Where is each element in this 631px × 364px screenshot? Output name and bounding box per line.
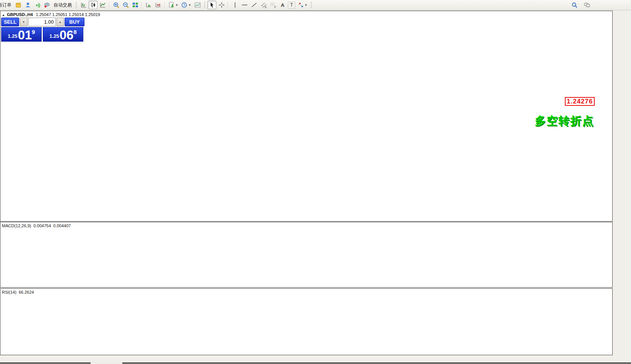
macd-value: 0.004754: [33, 223, 51, 228]
macd-label: MACD(12,26,9)0.0047540.004407: [2, 223, 73, 228]
ask-pip-digit: 8: [73, 29, 76, 35]
search-icon[interactable]: [570, 1, 579, 9]
dropdown-caret-icon: ▼: [305, 3, 308, 7]
candlestick-chart[interactable]: [0, 11, 612, 221]
mt4-window: 新订单 自动交易 ▼ ▼ E F A T ▼: [0, 0, 631, 364]
toolbar: 新订单 自动交易 ▼ ▼ E F A T ▼: [0, 0, 631, 10]
arrows-tool-button[interactable]: ▼: [296, 1, 308, 9]
rsi-label: RSI(14)66.2624: [2, 290, 36, 294]
text-tool-button[interactable]: A: [278, 1, 287, 9]
periods-button[interactable]: ▼: [180, 1, 192, 9]
equidistant-channel-tool-button[interactable]: E: [259, 1, 268, 9]
macd-panel[interactable]: MACD(12,26,9)0.0047540.004407: [0, 222, 613, 288]
toolbar-right-group: [570, 1, 591, 9]
horizontal-scrollbar[interactable]: [0, 362, 631, 364]
auto-scroll-button[interactable]: [144, 1, 153, 9]
toolbar-separator: [109, 2, 110, 8]
volume-down-stepper[interactable]: ▼: [20, 18, 28, 26]
dropdown-caret-icon: ▼: [188, 3, 191, 7]
one-click-trading-panel: SELL ▼ ▲ BUY 1.25 01 9 1.25 06 8: [1, 18, 84, 42]
new-order-button[interactable]: 新订单: [0, 1, 13, 9]
bid-prefix: 1.25: [8, 33, 17, 39]
fibonacci-tool-button[interactable]: F: [269, 1, 277, 9]
sell-button[interactable]: SELL: [1, 18, 19, 26]
fibo-letter: F: [274, 6, 276, 8]
dropdown-caret-icon: ▼: [175, 3, 178, 7]
trendline-tool-button[interactable]: [250, 1, 258, 9]
bid-big-digits: 01: [18, 30, 32, 40]
scrollbar-thumb[interactable]: [122, 362, 631, 364]
toolbar-grip: [76, 2, 77, 8]
indicators-button[interactable]: ▼: [167, 1, 179, 9]
bar-chart-type-button[interactable]: [79, 1, 88, 9]
line-chart-type-button[interactable]: [98, 1, 107, 9]
ask-prefix: 1.25: [49, 33, 59, 39]
templates-button[interactable]: [193, 1, 202, 9]
volume-input[interactable]: [28, 18, 56, 26]
toolbar-grip: [311, 2, 312, 8]
trade-controls-row: SELL ▼ ▲ BUY: [1, 18, 84, 26]
macd-title: MACD(12,26,9): [2, 223, 31, 228]
toolbar-separator: [228, 2, 229, 8]
symbol-label: GBPUSD-,H4: [7, 12, 33, 17]
zoom-out-button[interactable]: [121, 1, 130, 9]
bid-pip-digit: 9: [32, 29, 35, 35]
chart-title: ▲GBPUSD-,H41.25047 1.25051 1.25014 1.250…: [2, 12, 100, 17]
toolbar-grip: [204, 2, 205, 8]
chart-shift-button[interactable]: [154, 1, 162, 9]
rsi-chart[interactable]: [0, 289, 612, 355]
main-chart-panel[interactable]: ▲GBPUSD-,H41.25047 1.25051 1.25014 1.250…: [0, 11, 613, 222]
buy-button[interactable]: BUY: [65, 18, 84, 26]
channel-letter: E: [265, 6, 267, 8]
crosshair-tool-button[interactable]: [217, 1, 226, 9]
rsi-value: 66.2624: [19, 290, 34, 294]
autotrading-button[interactable]: 自动交易: [52, 1, 73, 9]
ask-big-digits: 06: [60, 30, 74, 40]
macd-signal-value: 0.004407: [53, 223, 71, 228]
rsi-title: RSI(14): [2, 290, 16, 294]
volume-up-stepper[interactable]: ▲: [57, 18, 64, 26]
scrollbar-track-segment: [0, 362, 91, 364]
annotation-text-label[interactable]: 多空转折点: [535, 113, 594, 129]
signal-icon[interactable]: [33, 1, 42, 9]
candlestick-chart-type-button[interactable]: [89, 1, 97, 9]
horizontal-line-tool-button[interactable]: [240, 1, 249, 9]
zoom-in-button[interactable]: [112, 1, 120, 9]
chat-icon[interactable]: [582, 1, 591, 9]
time-axis[interactable]: [0, 355, 631, 362]
annotation-price-box[interactable]: 1.24276: [565, 97, 595, 106]
vertical-line-tool-button[interactable]: [230, 1, 239, 9]
macd-chart[interactable]: [0, 222, 612, 287]
chart-window-icon[interactable]: [14, 1, 23, 9]
price-axis[interactable]: [613, 0, 631, 364]
bid-price[interactable]: 1.25 01 9: [1, 27, 42, 42]
toolbar-separator: [164, 2, 165, 8]
profile-icon[interactable]: [23, 1, 32, 9]
ohlc-values: 1.25047 1.25051 1.25014 1.25019: [36, 12, 100, 17]
rsi-panel[interactable]: RSI(14)66.2624: [0, 288, 613, 355]
one-click-collapse-icon[interactable]: ▲: [2, 13, 5, 17]
autotrading-icon[interactable]: [42, 1, 51, 9]
text-label-tool-button[interactable]: T: [288, 2, 295, 9]
cursor-tool-button[interactable]: [208, 1, 216, 9]
tile-windows-button[interactable]: [131, 1, 140, 9]
ask-price[interactable]: 1.25 06 8: [43, 27, 83, 42]
toolbar-separator: [141, 2, 142, 8]
trade-prices-row: 1.25 01 9 1.25 06 8: [1, 27, 84, 42]
